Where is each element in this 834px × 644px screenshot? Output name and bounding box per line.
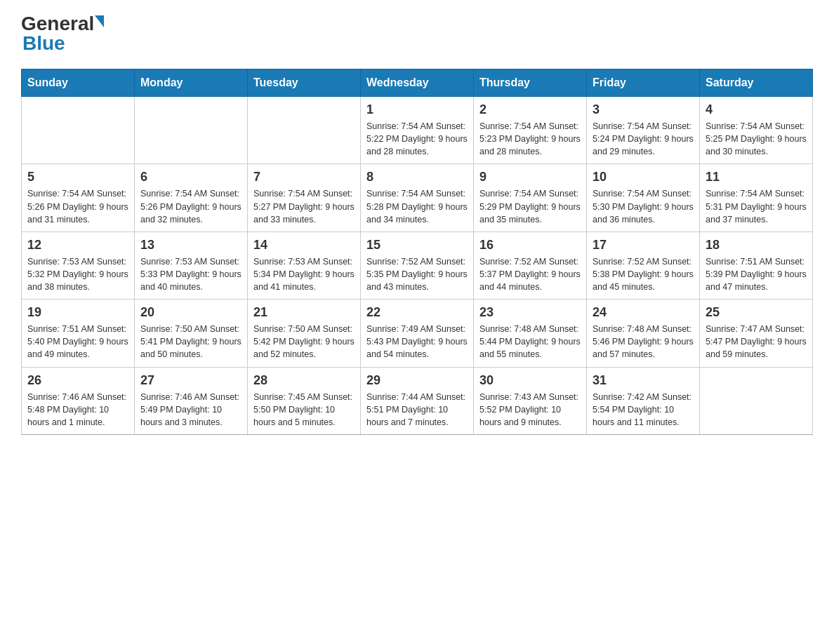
calendar-cell-w3-d2: 13Sunrise: 7:53 AM Sunset: 5:33 PM Dayli… <box>135 232 248 299</box>
calendar-cell-w1-d7: 4Sunrise: 7:54 AM Sunset: 5:25 PM Daylig… <box>700 97 813 164</box>
day-number: 14 <box>253 238 355 253</box>
day-info: Sunrise: 7:50 AM Sunset: 5:42 PM Dayligh… <box>253 323 355 361</box>
day-number: 1 <box>366 102 468 117</box>
calendar-cell-w4-d2: 20Sunrise: 7:50 AM Sunset: 5:41 PM Dayli… <box>135 300 248 367</box>
day-number: 19 <box>27 305 128 320</box>
day-info: Sunrise: 7:48 AM Sunset: 5:44 PM Dayligh… <box>479 323 581 361</box>
day-info: Sunrise: 7:54 AM Sunset: 5:26 PM Dayligh… <box>27 187 128 225</box>
weekday-header-wednesday: Wednesday <box>361 69 474 97</box>
calendar-cell-w1-d3 <box>248 97 361 164</box>
calendar-cell-w2-d2: 6Sunrise: 7:54 AM Sunset: 5:26 PM Daylig… <box>135 164 248 232</box>
day-info: Sunrise: 7:53 AM Sunset: 5:33 PM Dayligh… <box>140 255 241 293</box>
weekday-header-tuesday: Tuesday <box>248 69 361 97</box>
day-info: Sunrise: 7:45 AM Sunset: 5:50 PM Dayligh… <box>253 391 355 429</box>
day-number: 6 <box>140 170 241 185</box>
day-info: Sunrise: 7:54 AM Sunset: 5:25 PM Dayligh… <box>706 120 807 158</box>
week-row-4: 19Sunrise: 7:51 AM Sunset: 5:40 PM Dayli… <box>22 300 813 367</box>
day-info: Sunrise: 7:44 AM Sunset: 5:51 PM Dayligh… <box>366 391 468 429</box>
calendar-header: SundayMondayTuesdayWednesdayThursdayFrid… <box>22 69 813 97</box>
day-number: 9 <box>479 170 581 185</box>
calendar-cell-w1-d2 <box>135 97 248 164</box>
day-info: Sunrise: 7:54 AM Sunset: 5:31 PM Dayligh… <box>706 187 807 225</box>
day-info: Sunrise: 7:53 AM Sunset: 5:34 PM Dayligh… <box>253 255 355 293</box>
calendar-body: 1Sunrise: 7:54 AM Sunset: 5:22 PM Daylig… <box>22 97 813 435</box>
weekday-header-thursday: Thursday <box>474 69 587 97</box>
day-info: Sunrise: 7:42 AM Sunset: 5:54 PM Dayligh… <box>593 391 694 429</box>
weekday-header-monday: Monday <box>135 69 248 97</box>
day-number: 24 <box>593 305 694 320</box>
day-number: 26 <box>27 373 128 388</box>
week-row-2: 5Sunrise: 7:54 AM Sunset: 5:26 PM Daylig… <box>22 164 813 232</box>
day-info: Sunrise: 7:51 AM Sunset: 5:39 PM Dayligh… <box>706 255 807 293</box>
day-info: Sunrise: 7:54 AM Sunset: 5:24 PM Dayligh… <box>593 120 694 158</box>
calendar-cell-w5-d5: 30Sunrise: 7:43 AM Sunset: 5:52 PM Dayli… <box>474 367 587 434</box>
calendar-cell-w3-d4: 15Sunrise: 7:52 AM Sunset: 5:35 PM Dayli… <box>361 232 474 299</box>
day-number: 16 <box>479 238 581 253</box>
page-header: General Blue <box>21 14 813 55</box>
day-info: Sunrise: 7:54 AM Sunset: 5:22 PM Dayligh… <box>366 120 468 158</box>
calendar-cell-w5-d3: 28Sunrise: 7:45 AM Sunset: 5:50 PM Dayli… <box>248 367 361 434</box>
day-number: 12 <box>27 238 128 253</box>
weekday-header-row: SundayMondayTuesdayWednesdayThursdayFrid… <box>22 69 813 97</box>
day-number: 28 <box>253 373 355 388</box>
calendar-cell-w3-d3: 14Sunrise: 7:53 AM Sunset: 5:34 PM Dayli… <box>248 232 361 299</box>
calendar-cell-w4-d4: 22Sunrise: 7:49 AM Sunset: 5:43 PM Dayli… <box>361 300 474 367</box>
calendar-cell-w2-d7: 11Sunrise: 7:54 AM Sunset: 5:31 PM Dayli… <box>700 164 813 232</box>
day-number: 18 <box>706 238 807 253</box>
logo-general-text: General <box>21 14 94 34</box>
day-number: 5 <box>27 170 128 185</box>
day-number: 2 <box>479 102 581 117</box>
day-number: 15 <box>366 238 468 253</box>
calendar-cell-w1-d5: 2Sunrise: 7:54 AM Sunset: 5:23 PM Daylig… <box>474 97 587 164</box>
day-number: 25 <box>706 305 807 320</box>
day-info: Sunrise: 7:47 AM Sunset: 5:47 PM Dayligh… <box>706 323 807 361</box>
calendar-cell-w2-d4: 8Sunrise: 7:54 AM Sunset: 5:28 PM Daylig… <box>361 164 474 232</box>
day-info: Sunrise: 7:48 AM Sunset: 5:46 PM Dayligh… <box>593 323 694 361</box>
day-number: 7 <box>253 170 355 185</box>
day-number: 23 <box>479 305 581 320</box>
day-info: Sunrise: 7:54 AM Sunset: 5:28 PM Dayligh… <box>366 187 468 225</box>
day-info: Sunrise: 7:52 AM Sunset: 5:38 PM Dayligh… <box>593 255 694 293</box>
week-row-3: 12Sunrise: 7:53 AM Sunset: 5:32 PM Dayli… <box>22 232 813 299</box>
calendar-cell-w5-d2: 27Sunrise: 7:46 AM Sunset: 5:49 PM Dayli… <box>135 367 248 434</box>
calendar-cell-w5-d1: 26Sunrise: 7:46 AM Sunset: 5:48 PM Dayli… <box>22 367 135 434</box>
calendar-cell-w4-d1: 19Sunrise: 7:51 AM Sunset: 5:40 PM Dayli… <box>22 300 135 367</box>
day-info: Sunrise: 7:54 AM Sunset: 5:27 PM Dayligh… <box>253 187 355 225</box>
calendar-cell-w3-d7: 18Sunrise: 7:51 AM Sunset: 5:39 PM Dayli… <box>700 232 813 299</box>
calendar-cell-w1-d1 <box>22 97 135 164</box>
day-info: Sunrise: 7:54 AM Sunset: 5:29 PM Dayligh… <box>479 187 581 225</box>
day-number: 22 <box>366 305 468 320</box>
day-number: 4 <box>706 102 807 117</box>
logo-triangle-icon <box>95 15 104 27</box>
day-number: 21 <box>253 305 355 320</box>
day-number: 8 <box>366 170 468 185</box>
day-number: 30 <box>479 373 581 388</box>
calendar-cell-w5-d7 <box>700 367 813 434</box>
day-info: Sunrise: 7:54 AM Sunset: 5:26 PM Dayligh… <box>140 187 241 225</box>
logo: General Blue <box>21 14 105 55</box>
calendar-cell-w1-d4: 1Sunrise: 7:54 AM Sunset: 5:22 PM Daylig… <box>361 97 474 164</box>
day-number: 31 <box>593 373 694 388</box>
day-info: Sunrise: 7:46 AM Sunset: 5:49 PM Dayligh… <box>140 391 241 429</box>
day-number: 27 <box>140 373 241 388</box>
calendar-cell-w5-d6: 31Sunrise: 7:42 AM Sunset: 5:54 PM Dayli… <box>587 367 700 434</box>
calendar-cell-w3-d1: 12Sunrise: 7:53 AM Sunset: 5:32 PM Dayli… <box>22 232 135 299</box>
calendar-cell-w2-d3: 7Sunrise: 7:54 AM Sunset: 5:27 PM Daylig… <box>248 164 361 232</box>
day-number: 13 <box>140 238 241 253</box>
calendar-cell-w4-d7: 25Sunrise: 7:47 AM Sunset: 5:47 PM Dayli… <box>700 300 813 367</box>
day-info: Sunrise: 7:49 AM Sunset: 5:43 PM Dayligh… <box>366 323 468 361</box>
day-info: Sunrise: 7:51 AM Sunset: 5:40 PM Dayligh… <box>27 323 128 361</box>
day-number: 3 <box>593 102 694 117</box>
calendar-cell-w4-d5: 23Sunrise: 7:48 AM Sunset: 5:44 PM Dayli… <box>474 300 587 367</box>
week-row-5: 26Sunrise: 7:46 AM Sunset: 5:48 PM Dayli… <box>22 367 813 434</box>
week-row-1: 1Sunrise: 7:54 AM Sunset: 5:22 PM Daylig… <box>22 97 813 164</box>
day-info: Sunrise: 7:53 AM Sunset: 5:32 PM Dayligh… <box>27 255 128 293</box>
day-info: Sunrise: 7:46 AM Sunset: 5:48 PM Dayligh… <box>27 391 128 429</box>
day-info: Sunrise: 7:52 AM Sunset: 5:35 PM Dayligh… <box>366 255 468 293</box>
calendar-table: SundayMondayTuesdayWednesdayThursdayFrid… <box>21 69 813 435</box>
weekday-header-saturday: Saturday <box>700 69 813 97</box>
calendar-cell-w4-d3: 21Sunrise: 7:50 AM Sunset: 5:42 PM Dayli… <box>248 300 361 367</box>
calendar-cell-w2-d6: 10Sunrise: 7:54 AM Sunset: 5:30 PM Dayli… <box>587 164 700 232</box>
calendar-cell-w3-d5: 16Sunrise: 7:52 AM Sunset: 5:37 PM Dayli… <box>474 232 587 299</box>
day-number: 11 <box>706 170 807 185</box>
